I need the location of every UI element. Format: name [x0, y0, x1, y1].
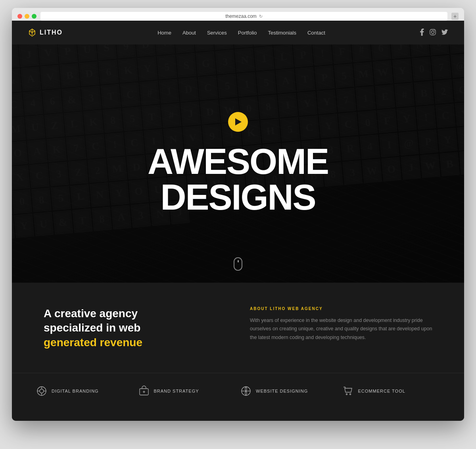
traffic-lights: [17, 14, 36, 19]
hero-title-line2: DESIGNS: [148, 179, 328, 215]
service-ecommerce-tool: ECOMMERCE TOOL: [342, 381, 441, 401]
about-left: A creative agency specialized in web gen…: [44, 306, 226, 353]
about-right: ABOUT LITHO WEB AGENCY With years of exp…: [250, 306, 432, 353]
logo[interactable]: LITHO: [28, 28, 63, 37]
close-button[interactable]: [17, 14, 22, 19]
instagram-icon[interactable]: [430, 29, 436, 37]
service-website-designing: WEBSITE DESIGNING: [240, 381, 338, 401]
about-tagline-line1: A creative agency: [44, 307, 138, 320]
nav-services[interactable]: Services: [207, 30, 227, 36]
hero-content: AWESOME DESIGNS: [148, 112, 328, 215]
website-content: LITHO Home About Services Portfolio Test…: [12, 21, 464, 421]
hero-title: AWESOME DESIGNS: [148, 144, 328, 215]
nav-about[interactable]: About: [182, 30, 196, 36]
about-section: A creative agency specialized in web gen…: [12, 283, 464, 373]
about-section-label: ABOUT LITHO WEB AGENCY: [250, 306, 432, 311]
hero-section: // Generate fake letterpress blocks cons…: [12, 44, 464, 283]
logo-icon: [28, 28, 36, 37]
services-row: DIGITAL BRANDING BRAND STRATEGY: [12, 373, 464, 421]
svg-point-1: [431, 31, 434, 33]
hero-title-line1: AWESOME: [148, 144, 328, 179]
service-brand-strategy: BRAND STRATEGY: [138, 381, 236, 401]
browser-window: themezaa.com ↻ + LITHO Home About Servic…: [12, 8, 464, 421]
svg-point-2: [434, 30, 435, 31]
service-website-designing-label: WEBSITE DESIGNING: [256, 389, 308, 393]
svg-point-4: [40, 389, 44, 393]
mouse-dot: [238, 260, 239, 262]
maximize-button[interactable]: [32, 14, 36, 19]
nav-contact[interactable]: Contact: [307, 30, 325, 36]
play-button[interactable]: [228, 112, 248, 132]
svg-point-13: [346, 394, 347, 395]
service-ecommerce-tool-label: ECOMMERCE TOOL: [358, 389, 405, 393]
svg-point-14: [349, 394, 351, 395]
website-designing-icon: [240, 385, 252, 397]
about-tagline-line2: specialized in web: [44, 322, 140, 334]
service-digital-branding: DIGITAL BRANDING: [36, 381, 134, 401]
navbar: LITHO Home About Services Portfolio Test…: [12, 21, 464, 44]
digital-branding-icon: [36, 385, 48, 397]
ecommerce-tool-icon: [342, 385, 354, 397]
nav-portfolio[interactable]: Portfolio: [238, 30, 257, 36]
minimize-button[interactable]: [25, 14, 29, 19]
mouse-icon: [234, 257, 242, 271]
twitter-icon[interactable]: [441, 29, 448, 36]
reload-icon[interactable]: ↻: [259, 14, 263, 19]
brand-strategy-icon: [138, 385, 150, 397]
service-brand-strategy-label: BRAND STRATEGY: [154, 389, 199, 393]
nav-links: Home About Services Portfolio Testimonia…: [157, 30, 325, 36]
address-bar[interactable]: themezaa.com ↻: [40, 12, 447, 21]
url-text: themezaa.com: [225, 13, 257, 19]
about-description: With years of experience in the website …: [250, 316, 432, 342]
about-tagline: A creative agency specialized in web gen…: [44, 306, 226, 350]
about-tagline-highlight: generated revenue: [44, 336, 142, 349]
facebook-icon[interactable]: [420, 29, 424, 37]
social-icons: [420, 29, 448, 37]
svg-rect-0: [430, 29, 436, 35]
nav-testimonials[interactable]: Testimonials: [268, 30, 296, 36]
add-tab-button[interactable]: +: [451, 13, 459, 20]
logo-text: LITHO: [40, 29, 63, 36]
scroll-indicator: [234, 257, 242, 271]
nav-home[interactable]: Home: [157, 30, 171, 36]
play-icon: [235, 118, 242, 125]
browser-chrome: themezaa.com ↻ +: [12, 8, 464, 21]
service-digital-branding-label: DIGITAL BRANDING: [52, 389, 99, 393]
